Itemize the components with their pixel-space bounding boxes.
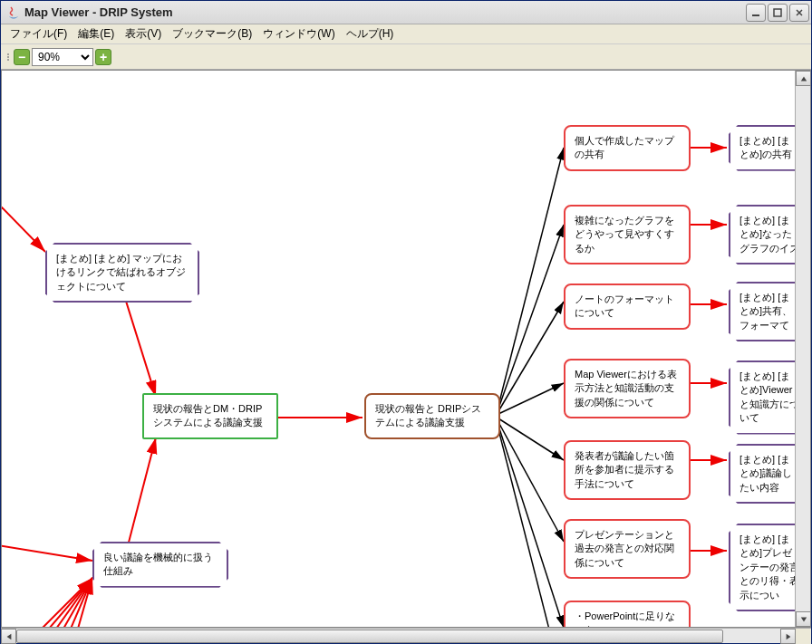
titlebar: Map Viewer - DRIP System bbox=[1, 1, 811, 24]
app-java-icon bbox=[6, 5, 21, 20]
svg-rect-0 bbox=[752, 14, 759, 16]
svg-line-16 bbox=[498, 383, 564, 414]
menubar: ファイル(F) 編集(E) 表示(V) ブックマーク(B) ウィンドウ(W) ヘ… bbox=[1, 24, 811, 44]
scroll-down-button[interactable] bbox=[796, 611, 811, 627]
node-mechanical-discussion[interactable]: 良い議論を機械的に扱う仕組み bbox=[92, 542, 228, 588]
svg-line-13 bbox=[498, 148, 564, 406]
svg-rect-1 bbox=[774, 9, 781, 16]
menu-window[interactable]: ウィンドウ(W) bbox=[257, 24, 340, 43]
node-right-5[interactable]: [まとめ] [まとめ]議論したい内容 bbox=[729, 444, 795, 504]
node-complex-graph[interactable]: 複雑になったグラフをどうやって見やすくするか bbox=[564, 205, 691, 264]
svg-line-14 bbox=[498, 225, 564, 409]
menu-bookmark[interactable]: ブックマーク(B) bbox=[167, 24, 257, 43]
svg-line-2 bbox=[2, 170, 45, 252]
svg-line-19 bbox=[498, 426, 564, 627]
scroll-track-v[interactable] bbox=[796, 86, 810, 611]
zoom-out-button[interactable]: − bbox=[14, 49, 30, 65]
svg-line-4 bbox=[124, 437, 156, 560]
zoom-in-button[interactable]: + bbox=[95, 49, 111, 65]
window-title: Map Viewer - DRIP System bbox=[24, 5, 746, 19]
node-map-viewer-display[interactable]: Map Viewerにおける表示方法と知識活動の支援の関係について bbox=[564, 359, 691, 418]
node-map-share[interactable]: 個人で作成したマップの共有 bbox=[564, 125, 691, 171]
svg-line-5 bbox=[2, 542, 92, 561]
node-right-2[interactable]: [まとめ] [まとめ]なったグラフのイズ bbox=[729, 205, 795, 264]
horizontal-scrollbar[interactable] bbox=[1, 628, 811, 643]
node-powerpoint-needs[interactable]: ・PowerPointに足りないもの ・プレゼンテーションに必要なこと bbox=[564, 601, 691, 627]
maximize-button[interactable] bbox=[768, 4, 788, 22]
canvas-area[interactable]: [まとめ] [まとめ] マップにおけるリンクで結ばれるオブジェクトについて 現状… bbox=[1, 70, 811, 628]
svg-line-3 bbox=[124, 295, 156, 397]
zoom-select[interactable]: 90% bbox=[32, 48, 93, 66]
scroll-right-button[interactable] bbox=[780, 629, 796, 644]
node-drip-report[interactable]: 現状の報告と DRIPシステムによる議論支援 bbox=[364, 393, 500, 439]
menu-view[interactable]: 表示(V) bbox=[120, 24, 167, 43]
scrollbar-corner bbox=[796, 629, 811, 644]
node-presentation-past[interactable]: プレゼンテーションと過去の発言との対応関係について bbox=[564, 519, 691, 579]
menu-file[interactable]: ファイル(F) bbox=[5, 24, 72, 43]
node-dm-drip[interactable]: 現状の報告とDM・DRIPシステムによる議論支援 bbox=[142, 393, 278, 439]
minimize-button[interactable] bbox=[746, 4, 766, 22]
toolbar-grip-icon bbox=[5, 53, 12, 61]
node-presenter-points[interactable]: 発表者が議論したい箇所を参加者に提示する手法について bbox=[564, 440, 691, 500]
node-right-4[interactable]: [まとめ] [まとめ]Viewerと知識方について bbox=[729, 360, 795, 435]
scroll-left-button[interactable] bbox=[1, 629, 16, 644]
node-right-3[interactable]: [まとめ] [まとめ]共有、フォーマて bbox=[729, 282, 795, 341]
scroll-up-button[interactable] bbox=[796, 71, 811, 86]
menu-help[interactable]: ヘルプ(H) bbox=[341, 24, 400, 43]
scroll-thumb-h[interactable] bbox=[16, 630, 723, 643]
toolbar: − 90% + bbox=[1, 44, 811, 70]
node-summary-links[interactable]: [まとめ] [まとめ] マップにおけるリンクで結ばれるオブジェクトについて bbox=[45, 243, 199, 303]
node-right-1[interactable]: [まとめ] [まとめ]の共有 bbox=[729, 125, 795, 171]
node-right-6[interactable]: [まとめ] [まとめ]プレゼンテーの発言とのリ得・表示につい bbox=[729, 524, 795, 611]
vertical-scrollbar[interactable] bbox=[795, 71, 810, 627]
menu-edit[interactable]: 編集(E) bbox=[72, 24, 120, 43]
scroll-track-h[interactable] bbox=[16, 629, 780, 643]
node-note-format[interactable]: ノートのフォーマットについて bbox=[564, 284, 691, 330]
close-button[interactable] bbox=[789, 4, 809, 22]
app-window: Map Viewer - DRIP System ファイル(F) 編集(E) 表… bbox=[0, 0, 812, 644]
